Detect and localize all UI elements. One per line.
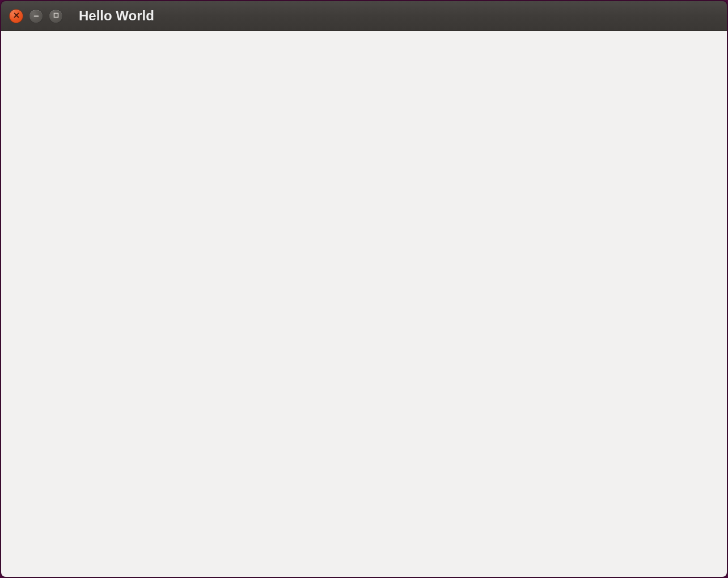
application-window: Hello World (0, 0, 728, 578)
window-title: Hello World (79, 8, 154, 24)
titlebar[interactable]: Hello World (1, 1, 727, 31)
close-icon (13, 11, 20, 21)
window-content (1, 31, 727, 577)
maximize-icon (53, 11, 60, 21)
svg-rect-3 (54, 14, 58, 18)
minimize-icon (33, 11, 40, 21)
close-button[interactable] (9, 9, 23, 23)
maximize-button[interactable] (49, 9, 63, 23)
window-controls (9, 9, 63, 23)
minimize-button[interactable] (29, 9, 43, 23)
